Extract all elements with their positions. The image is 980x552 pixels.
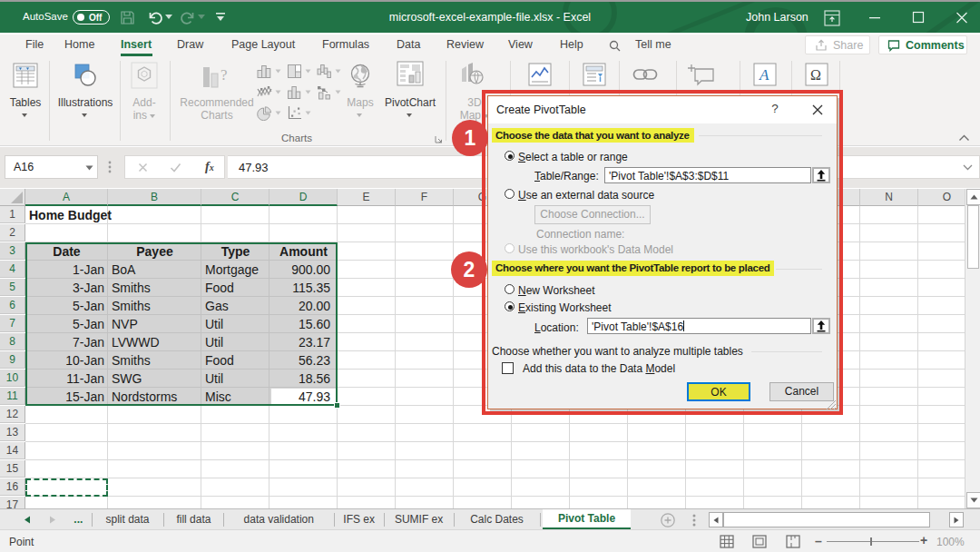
- text-box-icon[interactable]: A: [753, 63, 777, 86]
- scroll-down-icon[interactable]: [966, 492, 980, 508]
- sparklines-icon[interactable]: [528, 63, 552, 86]
- horizontal-scroll-thumb[interactable]: [723, 512, 930, 527]
- select-all-corner[interactable]: [0, 189, 25, 206]
- sheet-tab-IFS-ex[interactable]: IFS ex: [334, 509, 384, 530]
- zoom-slider[interactable]: [827, 541, 919, 542]
- tab-review[interactable]: Review: [446, 38, 484, 51]
- tab-draw[interactable]: Draw: [177, 38, 203, 51]
- scroll-up-icon[interactable]: [966, 189, 980, 205]
- column-header-B[interactable]: B: [108, 189, 201, 206]
- recommended-charts-icon[interactable]: ?: [201, 64, 232, 91]
- vertical-scroll-thumb[interactable]: [967, 205, 979, 269]
- user-name[interactable]: John Larson: [746, 11, 808, 24]
- column-header-C[interactable]: C: [201, 189, 270, 206]
- column-header-E[interactable]: E: [338, 189, 396, 206]
- symbols-icon[interactable]: Ω: [805, 63, 828, 86]
- zoom-level[interactable]: 100%: [936, 536, 965, 548]
- collapse-ribbon-icon[interactable]: [958, 134, 970, 142]
- fill-handle[interactable]: [334, 402, 340, 409]
- sheet-nav-left-icon[interactable]: [24, 516, 31, 524]
- new-sheet-icon[interactable]: [661, 513, 675, 527]
- 3d-map-icon[interactable]: [458, 60, 484, 85]
- tab-bar-menu-icon[interactable]: [692, 514, 696, 527]
- scatter-chart-button[interactable]: [287, 105, 302, 121]
- add-ins-button[interactable]: Add-: [119, 96, 170, 109]
- page-break-view-icon[interactable]: [786, 535, 800, 548]
- sheet-tab-Calc-Dates[interactable]: Calc Dates: [454, 509, 540, 530]
- maps-icon[interactable]: [348, 64, 372, 89]
- share-button[interactable]: Share: [805, 35, 870, 54]
- row-header-4[interactable]: 4: [0, 261, 25, 278]
- cell-A1[interactable]: Home Budget: [29, 206, 104, 224]
- maximize-button[interactable]: [903, 2, 934, 33]
- add-ins-icon[interactable]: [131, 62, 158, 89]
- confirm-entry-icon[interactable]: [170, 163, 181, 172]
- sheet-tab--[interactable]: ...: [65, 509, 92, 530]
- insert-function-icon[interactable]: fx: [205, 160, 214, 174]
- column-header-F[interactable]: F: [396, 189, 454, 206]
- pivottable-icon[interactable]: [13, 63, 38, 88]
- tab-view[interactable]: View: [508, 38, 533, 51]
- combo-chart-button[interactable]: [317, 84, 332, 100]
- tab-file[interactable]: File: [25, 38, 44, 51]
- zoom-in-icon[interactable]: +: [920, 533, 927, 547]
- tables-button[interactable]: Tables: [0, 96, 51, 109]
- tab-page-layout[interactable]: Page Layout: [231, 38, 295, 51]
- sheet-tab-data-validation[interactable]: data validation: [223, 509, 334, 530]
- column-chart-button[interactable]: [257, 64, 272, 79]
- zoom-out-icon[interactable]: –: [815, 534, 822, 548]
- row-header-16[interactable]: 16: [0, 478, 25, 496]
- row-header-9[interactable]: 9: [0, 351, 25, 369]
- line-chart-button[interactable]: [257, 84, 272, 100]
- row-header-7[interactable]: 7: [0, 315, 25, 332]
- comment-icon[interactable]: [688, 64, 715, 87]
- column-header-D[interactable]: D: [270, 189, 338, 206]
- hscroll-left-icon[interactable]: [709, 512, 723, 527]
- tell-me-box[interactable]: Tell me: [635, 38, 671, 51]
- row-header-1[interactable]: 1: [0, 206, 25, 223]
- pie-chart-button[interactable]: [257, 105, 272, 121]
- histogram-chart-button[interactable]: [287, 84, 302, 100]
- link-icon[interactable]: [632, 64, 658, 84]
- tab-insert[interactable]: Insert: [121, 38, 152, 51]
- normal-view-icon[interactable]: [720, 535, 734, 548]
- row-header-13[interactable]: 13: [0, 424, 25, 441]
- ribbon-display-options-icon[interactable]: [824, 10, 840, 26]
- sheet-tab-split-data[interactable]: split data: [92, 509, 164, 530]
- cancel-entry-icon[interactable]: [138, 163, 148, 172]
- row-header-6[interactable]: 6: [0, 297, 25, 314]
- tab-formulas[interactable]: Formulas: [322, 38, 369, 51]
- row-header-12[interactable]: 12: [0, 406, 25, 423]
- zoom-slider-thumb[interactable]: [870, 537, 872, 546]
- sheet-tab-active[interactable]: Pivot Table: [543, 509, 631, 530]
- column-header-A[interactable]: A: [25, 189, 108, 206]
- pivotchart-button[interactable]: PivotChart: [381, 96, 439, 109]
- tab-data[interactable]: Data: [397, 38, 420, 51]
- charts-dialog-launcher-icon[interactable]: [435, 135, 443, 143]
- row-header-15[interactable]: 15: [0, 460, 25, 478]
- column-header-N[interactable]: N: [860, 189, 918, 206]
- expand-formula-bar-icon[interactable]: [963, 164, 973, 171]
- sheet-tab-fill-data[interactable]: fill data: [163, 509, 223, 530]
- column-header-O[interactable]: O: [918, 189, 965, 206]
- minimize-button[interactable]: [859, 2, 890, 33]
- row-header-17[interactable]: 17: [0, 497, 25, 508]
- name-box-dropdown-icon[interactable]: [85, 165, 93, 171]
- maps-button[interactable]: Maps: [337, 96, 384, 109]
- row-header-8[interactable]: 8: [0, 333, 25, 350]
- hierarchy-chart-button[interactable]: [287, 64, 302, 79]
- vertical-scrollbar[interactable]: [965, 189, 980, 508]
- row-header-11[interactable]: 11: [0, 388, 25, 405]
- row-header-14[interactable]: 14: [0, 442, 25, 459]
- row-header-3[interactable]: 3: [0, 242, 25, 260]
- illustrations-button[interactable]: Illustrations: [47, 96, 123, 109]
- illustrations-icon[interactable]: [73, 63, 98, 88]
- page-layout-view-icon[interactable]: [752, 535, 767, 548]
- sheet-tab-SUMIF-ex[interactable]: SUMIF ex: [384, 509, 454, 530]
- tab-help[interactable]: Help: [560, 38, 583, 51]
- sheet-nav-right-icon[interactable]: [49, 516, 56, 524]
- row-header-10[interactable]: 10: [0, 370, 25, 387]
- recommended-charts-button[interactable]: Recommended: [178, 96, 256, 109]
- waterfall-chart-button[interactable]: [317, 64, 332, 79]
- slicer-icon[interactable]: [583, 63, 606, 86]
